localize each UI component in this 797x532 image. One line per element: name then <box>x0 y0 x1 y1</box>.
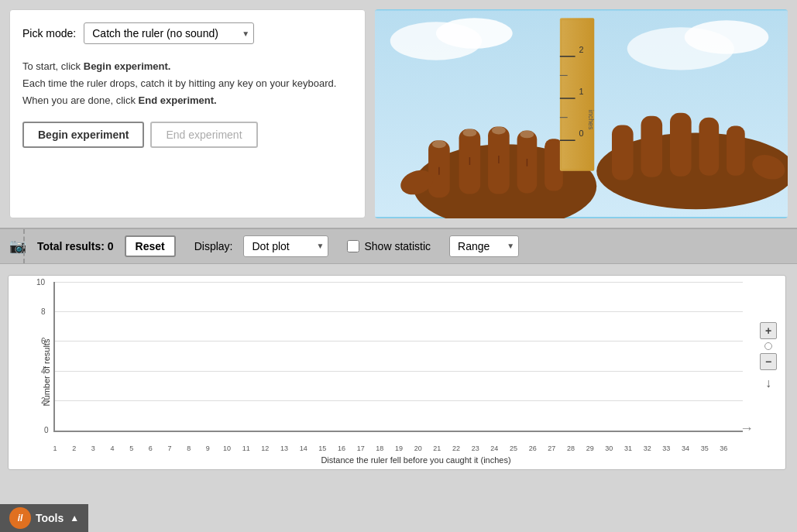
display-label: Display: <box>194 240 233 252</box>
begin-experiment-button[interactable]: Begin experiment <box>22 122 144 148</box>
y-tick-0: 0 <box>44 426 49 434</box>
x-tick-13: 13 <box>280 444 288 452</box>
grid-line-10: 10 <box>55 282 743 283</box>
instruction-bold1: Begin experiment. <box>84 60 171 72</box>
svg-point-2 <box>436 18 513 48</box>
x-tick-16: 16 <box>338 444 345 452</box>
toolbar: 📷 Total results: 0 Reset Display: Dot pl… <box>0 229 797 264</box>
show-statistic-checkbox[interactable] <box>347 240 359 252</box>
x-tick-31: 31 <box>624 444 632 452</box>
svg-text:1: 1 <box>579 87 583 96</box>
x-tick-30: 30 <box>605 444 613 452</box>
y-tick-4: 4 <box>41 367 46 376</box>
y-tick-6: 6 <box>41 337 46 345</box>
x-tick-36: 36 <box>720 444 727 452</box>
total-results-label: Total results: 0 <box>37 240 114 252</box>
x-tick-33: 33 <box>662 444 670 452</box>
x-tick-9: 9 <box>206 444 210 452</box>
end-experiment-button: End experiment <box>150 122 257 148</box>
ruler-illustration: 2 1 0 inches <box>375 9 788 218</box>
svg-point-18 <box>492 127 506 135</box>
stat-select-wrapper: Range Mean Median IQR ▼ <box>449 235 519 257</box>
x-tick-22: 22 <box>452 444 460 452</box>
x-tick-32: 32 <box>644 444 651 452</box>
x-tick-5: 5 <box>129 444 133 452</box>
tools-arrow-icon: ▲ <box>70 513 79 523</box>
svg-rect-25 <box>727 126 745 176</box>
svg-text:0: 0 <box>579 129 583 138</box>
display-select[interactable]: Dot plot Histogram Box plot <box>243 235 328 257</box>
zoom-reset-button[interactable]: ↓ <box>765 376 771 390</box>
instruction-line3: When you are done, click <box>22 94 139 106</box>
svg-rect-23 <box>670 113 692 177</box>
svg-rect-21 <box>612 125 634 180</box>
chart-section: Number of results Distance the ruler fel… <box>0 264 797 533</box>
grid-line-8: 8 <box>55 311 743 312</box>
display-select-wrapper: Dot plot Histogram Box plot ▼ <box>243 235 328 257</box>
y-tick-2: 2 <box>41 396 46 405</box>
zoom-out-button[interactable]: − <box>760 353 777 370</box>
instruction-line1: To start, click <box>22 60 84 72</box>
svg-point-16 <box>432 140 446 148</box>
left-panel: Pick mode: Catch the ruler (no sound) Ca… <box>9 9 366 218</box>
x-tick-2: 2 <box>72 444 76 452</box>
zoom-indicator <box>764 342 772 350</box>
x-tick-25: 25 <box>510 444 517 452</box>
tools-bar[interactable]: il Tools ▲ <box>0 504 88 532</box>
instructions: To start, click Begin experiment. Each t… <box>22 58 352 109</box>
svg-rect-27 <box>560 18 594 170</box>
x-tick-7: 7 <box>167 444 171 452</box>
y-tick-8: 8 <box>41 307 46 316</box>
x-tick-14: 14 <box>300 444 307 452</box>
x-tick-3: 3 <box>91 444 95 452</box>
x-tick-4: 4 <box>110 444 114 452</box>
svg-text:inches: inches <box>587 110 595 130</box>
x-tick-8: 8 <box>187 444 191 452</box>
x-tick-28: 28 <box>567 444 575 452</box>
ruler-svg: 2 1 0 inches <box>375 9 788 218</box>
tools-label: Tools <box>36 512 64 524</box>
x-tick-24: 24 <box>490 444 498 452</box>
svg-point-4 <box>685 20 769 53</box>
top-section: Pick mode: Catch the ruler (no sound) Ca… <box>0 0 797 229</box>
pick-mode-row: Pick mode: Catch the ruler (no sound) Ca… <box>22 22 352 44</box>
zoom-in-button[interactable]: + <box>760 322 777 339</box>
stat-select[interactable]: Range Mean Median IQR <box>449 235 519 257</box>
x-tick-18: 18 <box>376 444 383 452</box>
x-tick-15: 15 <box>318 444 326 452</box>
instruction-line2: Each time the ruler drops, catch it by h… <box>22 75 352 92</box>
show-statistic-row: Show statistic <box>347 240 431 252</box>
x-tick-27: 27 <box>548 444 555 452</box>
x-tick-1: 1 <box>53 444 57 452</box>
x-tick-10: 10 <box>223 444 231 452</box>
x-tick-20: 20 <box>414 444 422 452</box>
x-tick-23: 23 <box>472 444 479 452</box>
x-axis-label: Distance the ruler fell before you caugh… <box>321 455 510 465</box>
instruction-bold2: End experiment. <box>139 94 217 106</box>
button-row: Begin experiment End experiment <box>22 122 352 148</box>
grid-line-6: 6 <box>55 341 743 342</box>
svg-point-17 <box>463 129 477 136</box>
dashed-separator <box>23 229 25 263</box>
svg-point-19 <box>520 130 534 138</box>
x-tick-17: 17 <box>357 444 365 452</box>
x-tick-21: 21 <box>433 444 441 452</box>
reset-button[interactable]: Reset <box>125 235 176 257</box>
x-tick-12: 12 <box>261 444 269 452</box>
svg-text:2: 2 <box>579 45 583 54</box>
pick-mode-select-wrapper: Catch the ruler (no sound) Catch the rul… <box>84 22 254 44</box>
svg-rect-22 <box>641 116 662 177</box>
tools-logo: il <box>9 507 31 529</box>
svg-rect-24 <box>699 118 720 176</box>
grid-line-4: 4 <box>55 371 743 372</box>
chart-plot: 10 8 6 4 2 0 12345678910 <box>53 282 743 432</box>
pick-mode-select[interactable]: Catch the ruler (no sound) Catch the rul… <box>84 22 254 44</box>
x-tick-35: 35 <box>701 444 709 452</box>
x-tick-34: 34 <box>682 444 689 452</box>
zoom-controls: + − ↓ <box>760 322 777 390</box>
x-tick-26: 26 <box>529 444 537 452</box>
x-tick-11: 11 <box>242 444 250 452</box>
y-tick-10: 10 <box>36 278 45 287</box>
show-statistic-label[interactable]: Show statistic <box>364 240 431 252</box>
x-tick-19: 19 <box>395 444 403 452</box>
